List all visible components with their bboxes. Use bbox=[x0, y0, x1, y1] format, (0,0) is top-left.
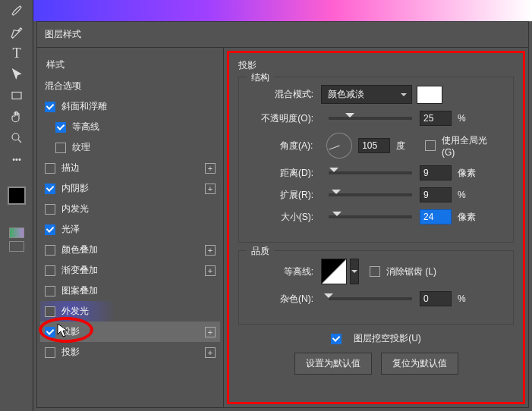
add-effect-icon[interactable]: + bbox=[205, 347, 216, 358]
blend-mode-select[interactable]: 颜色减淡 bbox=[321, 85, 412, 104]
style-checkbox[interactable] bbox=[45, 306, 55, 317]
style-checkbox[interactable] bbox=[45, 265, 55, 276]
style-label: 投影 bbox=[61, 325, 80, 338]
size-slider[interactable] bbox=[329, 215, 412, 218]
structure-group: 结构 混合模式: 颜色减淡 不透明度(O): 25 % 角度(A): 105 bbox=[238, 77, 514, 243]
style-checkbox[interactable] bbox=[45, 102, 55, 112]
style-checkbox[interactable] bbox=[45, 245, 55, 256]
noise-slider[interactable] bbox=[329, 297, 412, 300]
dialog-title: 图层样式 bbox=[37, 22, 528, 48]
style-item[interactable]: 颜色叠加+ bbox=[40, 240, 220, 260]
zoom-tool[interactable] bbox=[0, 127, 33, 149]
foreground-color-swatch[interactable] bbox=[8, 187, 26, 205]
tool-palette: T ••• bbox=[0, 0, 33, 411]
size-input[interactable]: 24 bbox=[420, 209, 452, 224]
style-label: 描边 bbox=[61, 162, 80, 174]
opacity-slider[interactable] bbox=[329, 117, 412, 120]
style-label: 内发光 bbox=[61, 202, 89, 215]
style-item[interactable]: 等高线 bbox=[40, 117, 220, 137]
style-item[interactable]: 纹理 bbox=[40, 137, 220, 158]
set-default-button[interactable]: 设置为默认值 bbox=[294, 353, 372, 375]
spread-label: 扩展(R): bbox=[250, 189, 313, 202]
knockout-checkbox[interactable] bbox=[331, 334, 342, 344]
spread-input[interactable]: 9 bbox=[420, 187, 452, 202]
style-item[interactable]: 外发光 bbox=[40, 301, 220, 322]
style-item[interactable]: 内发光 bbox=[40, 199, 220, 219]
angle-label: 角度(A): bbox=[250, 140, 313, 152]
contour-label: 等高线: bbox=[250, 265, 313, 278]
style-label: 光泽 bbox=[61, 223, 80, 236]
style-checkbox[interactable] bbox=[45, 327, 55, 337]
distance-input[interactable]: 9 bbox=[420, 165, 452, 180]
add-effect-icon[interactable]: + bbox=[205, 327, 216, 337]
style-checkbox[interactable] bbox=[55, 122, 66, 133]
add-effect-icon[interactable]: + bbox=[205, 163, 216, 174]
text-tool[interactable]: T bbox=[0, 42, 33, 64]
layer-style-dialog: 图层样式 样式 混合选项 斜面和浮雕等高线纹理描边+内阴影+内发光光泽颜色叠加+… bbox=[36, 21, 529, 408]
style-checkbox[interactable] bbox=[45, 286, 55, 296]
antialias-checkbox[interactable] bbox=[370, 266, 380, 277]
style-item[interactable]: 渐变叠加+ bbox=[40, 260, 220, 281]
quality-group: 品质 等高线: 消除锯齿 (L) 杂色(N): 0 % bbox=[238, 250, 514, 325]
style-checkbox[interactable] bbox=[55, 143, 66, 153]
style-label: 等高线 bbox=[72, 121, 99, 133]
svg-point-1 bbox=[12, 133, 19, 140]
brush-tool[interactable] bbox=[0, 0, 33, 21]
canvas-preview bbox=[33, 0, 532, 21]
noise-label: 杂色(N): bbox=[250, 293, 313, 306]
pen-tool[interactable] bbox=[0, 21, 33, 42]
blend-mode-label: 混合模式: bbox=[250, 88, 313, 101]
style-label: 渐变叠加 bbox=[61, 264, 98, 277]
hand-tool[interactable] bbox=[0, 106, 33, 127]
shadow-color-swatch[interactable] bbox=[417, 86, 442, 104]
noise-input[interactable]: 0 bbox=[420, 291, 452, 306]
styles-header[interactable]: 样式 bbox=[40, 54, 220, 76]
style-checkbox[interactable] bbox=[45, 204, 55, 215]
contour-picker[interactable] bbox=[321, 259, 347, 284]
svg-rect-0 bbox=[12, 93, 21, 99]
style-label: 图案叠加 bbox=[61, 284, 98, 297]
style-list: 样式 混合选项 斜面和浮雕等高线纹理描边+内阴影+内发光光泽颜色叠加+渐变叠加+… bbox=[37, 48, 224, 407]
style-item[interactable]: 投影+ bbox=[40, 342, 220, 362]
style-label: 斜面和浮雕 bbox=[61, 100, 107, 113]
opacity-input[interactable]: 25 bbox=[420, 111, 452, 126]
spread-slider[interactable] bbox=[329, 193, 412, 196]
style-item[interactable]: 投影+ bbox=[40, 322, 220, 342]
contour-dropdown[interactable] bbox=[350, 259, 359, 284]
add-effect-icon[interactable]: + bbox=[205, 265, 216, 276]
style-checkbox[interactable] bbox=[45, 163, 55, 174]
path-select-tool[interactable] bbox=[0, 64, 33, 85]
size-label: 大小(S): bbox=[250, 211, 313, 224]
style-item[interactable]: 光泽 bbox=[40, 219, 220, 240]
style-label: 纹理 bbox=[72, 141, 90, 154]
angle-dial[interactable] bbox=[326, 133, 352, 158]
style-label: 投影 bbox=[61, 346, 80, 359]
distance-slider[interactable] bbox=[329, 171, 412, 174]
panel-title: 投影 bbox=[238, 59, 514, 72]
more-tools[interactable]: ••• bbox=[0, 149, 33, 170]
add-effect-icon[interactable]: + bbox=[205, 184, 216, 194]
style-item[interactable]: 斜面和浮雕 bbox=[40, 96, 220, 117]
angle-input[interactable]: 105 bbox=[358, 138, 390, 153]
style-label: 内阴影 bbox=[61, 182, 89, 195]
quickmask-icon[interactable] bbox=[9, 227, 24, 238]
style-checkbox[interactable] bbox=[45, 224, 55, 235]
style-label: 外发光 bbox=[61, 305, 89, 318]
style-item[interactable]: 描边+ bbox=[40, 158, 220, 178]
style-item[interactable]: 图案叠加 bbox=[40, 281, 220, 301]
distance-label: 距离(D): bbox=[250, 167, 313, 180]
reset-default-button[interactable]: 复位为默认值 bbox=[381, 353, 458, 375]
global-light-checkbox[interactable] bbox=[425, 140, 436, 151]
style-checkbox[interactable] bbox=[45, 347, 55, 358]
screenmode-icon[interactable] bbox=[9, 241, 24, 252]
blend-options[interactable]: 混合选项 bbox=[40, 76, 220, 96]
style-label: 颜色叠加 bbox=[61, 243, 98, 256]
opacity-label: 不透明度(O): bbox=[250, 112, 313, 125]
rectangle-tool[interactable] bbox=[0, 85, 33, 106]
drop-shadow-panel: 投影 结构 混合模式: 颜色减淡 不透明度(O): 25 % 角度(A): bbox=[227, 51, 525, 404]
style-item[interactable]: 内阴影+ bbox=[40, 178, 220, 199]
style-checkbox[interactable] bbox=[45, 184, 55, 194]
add-effect-icon[interactable]: + bbox=[205, 245, 216, 256]
